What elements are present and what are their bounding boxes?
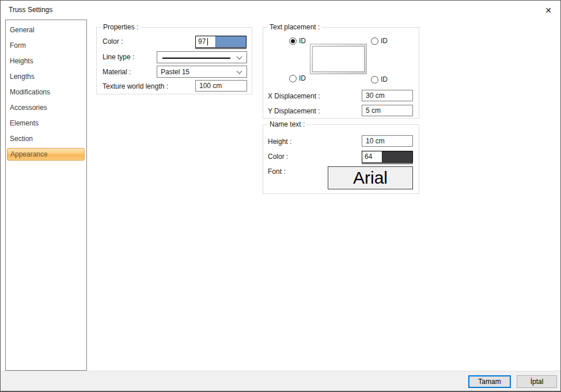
placement-radio-bottom-right[interactable]: ID <box>371 75 388 83</box>
sidebar-item-elements[interactable]: Elements <box>6 116 86 131</box>
sidebar: General Form Heights Lengths Modificatio… <box>5 20 87 371</box>
material-label: Material : <box>103 68 131 76</box>
text-placement-group: Text placement : ID ID ID ID X Displacem… <box>263 27 419 119</box>
sidebar-item-form[interactable]: Form <box>6 38 86 54</box>
y-displacement-input[interactable] <box>362 105 413 116</box>
color-label: Color : <box>103 37 123 45</box>
radio-icon[interactable] <box>371 37 378 45</box>
placement-preview-inner <box>312 46 365 72</box>
chevron-down-icon <box>237 54 242 60</box>
titlebar: Truss Settings ✕ <box>1 1 560 20</box>
name-color-number[interactable]: 64 <box>362 151 382 162</box>
text-placement-legend: Text placement : <box>268 23 321 31</box>
placement-radio-top-right[interactable]: ID <box>371 37 388 45</box>
line-type-dropdown[interactable] <box>157 51 247 63</box>
name-color-label: Color : <box>268 153 288 161</box>
footer-bar: Tamam İptal <box>1 371 560 391</box>
radio-icon[interactable] <box>371 76 378 83</box>
truss-color-picker[interactable]: 97 <box>195 36 247 48</box>
radio-label: ID <box>381 37 388 45</box>
name-font-label: Font : <box>268 168 286 176</box>
name-color-picker[interactable]: 64 <box>362 151 413 163</box>
material-dropdown[interactable]: Pastel 15 <box>157 66 247 78</box>
texture-length-input[interactable] <box>195 80 247 92</box>
name-text-group: Name text : Height : Color : 64 Font : A… <box>263 124 419 194</box>
close-icon[interactable]: ✕ <box>542 4 555 17</box>
dialog-title: Truss Settings <box>9 6 52 14</box>
line-type-solid-preview <box>162 58 230 59</box>
properties-legend: Properties : <box>101 23 140 31</box>
placement-radio-bottom-left[interactable]: ID <box>289 74 306 82</box>
sidebar-item-appearance[interactable]: Appearance <box>7 148 85 161</box>
radio-label: ID <box>381 75 388 83</box>
properties-group: Properties : Color : 97 Line type : Mate… <box>96 27 252 94</box>
radio-icon[interactable] <box>289 75 297 82</box>
texture-length-label: Texture world length : <box>103 82 168 90</box>
radio-label: ID <box>299 37 306 45</box>
sidebar-item-heights[interactable]: Heights <box>6 54 86 69</box>
truss-color-number[interactable]: 97 <box>196 36 215 47</box>
name-text-legend: Name text : <box>268 120 306 128</box>
y-displacement-label: Y Displacement : <box>268 107 320 115</box>
cancel-button[interactable]: İptal <box>517 375 557 388</box>
name-height-label: Height : <box>268 138 291 146</box>
x-displacement-input[interactable] <box>362 90 413 101</box>
font-picker-button[interactable]: Arial <box>328 166 413 189</box>
truss-settings-dialog: Truss Settings ✕ General Form Heights Le… <box>0 0 561 392</box>
chevron-down-icon <box>237 68 242 74</box>
truss-color-swatch[interactable] <box>215 36 246 47</box>
line-type-label: Line type : <box>103 53 134 61</box>
name-height-input[interactable] <box>362 135 413 147</box>
x-displacement-label: X Displacement : <box>268 92 320 100</box>
radio-icon[interactable] <box>289 37 297 45</box>
placement-preview-rect <box>310 44 367 74</box>
ok-button[interactable]: Tamam <box>468 375 511 388</box>
sidebar-item-lengths[interactable]: Lengths <box>6 69 86 85</box>
sidebar-item-general[interactable]: General <box>6 22 86 38</box>
sidebar-item-modifications[interactable]: Modifications <box>6 85 86 100</box>
radio-label: ID <box>299 74 306 82</box>
sidebar-item-accessories[interactable]: Accessories <box>6 100 86 116</box>
sidebar-item-section[interactable]: Section <box>6 131 86 147</box>
name-color-swatch[interactable] <box>382 151 412 162</box>
placement-radio-top-left[interactable]: ID <box>289 37 306 45</box>
text-caret <box>207 38 208 45</box>
material-value: Pastel 15 <box>161 68 189 76</box>
